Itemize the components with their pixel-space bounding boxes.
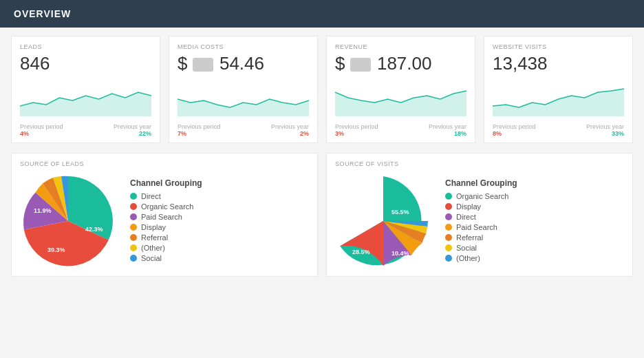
- svg-text:55.5%: 55.5%: [391, 209, 409, 215]
- leads-legend: Channel Grouping Direct Organic Search P…: [130, 178, 309, 264]
- svg-text:39.3%: 39.3%: [47, 246, 65, 253]
- visits-label-paid: Paid Search: [456, 223, 497, 231]
- kpi-label-revenue: REVENUE: [335, 43, 466, 50]
- kpi-card-leads: LEADS 846 Previous period 4% Previous ye…: [11, 36, 160, 143]
- visits-dot-referral: [445, 234, 452, 241]
- source-of-leads-section: SOURCE OF LEADS: [11, 153, 318, 277]
- svg-text:10.4%: 10.4%: [391, 250, 409, 257]
- svg-text:42.3%: 42.3%: [85, 226, 103, 233]
- kpi-chart-revenue: [335, 78, 466, 116]
- leads-label-organic: Organic Search: [141, 202, 193, 211]
- kpi-footer-media-costs: Previous period 7% Previous year 2%: [178, 123, 309, 137]
- kpi-value-revenue: $ 187.00: [335, 53, 466, 74]
- leads-dot-display: [130, 224, 137, 231]
- visits-pie-chart: 55.5% 28.5% 10.4%: [335, 173, 431, 269]
- visits-legend-social: Social: [445, 244, 624, 252]
- leads-label-social: Social: [141, 254, 162, 262]
- visits-legend-title: Channel Grouping: [445, 178, 624, 188]
- visits-dot-direct: [445, 213, 452, 220]
- kpi-row: LEADS 846 Previous period 4% Previous ye…: [11, 36, 633, 143]
- visits-legend-organic: Organic Search: [445, 192, 624, 200]
- visits-legend-direct: Direct: [445, 213, 624, 221]
- leads-legend-organic: Organic Search: [130, 202, 309, 211]
- header-title: OVERVIEW: [14, 8, 71, 19]
- kpi-value-website-visits: 13,438: [493, 53, 624, 74]
- svg-text:28.5%: 28.5%: [352, 249, 370, 255]
- kpi-card-media-costs: MEDIA COSTS $ 54.46 Previous period 7% P…: [169, 36, 318, 143]
- leads-legend-paid: Paid Search: [130, 213, 309, 221]
- leads-legend-direct: Direct: [130, 192, 309, 200]
- visits-pie-container: 55.5% 28.5% 10.4% Channel Grouping Organ…: [335, 173, 624, 269]
- leads-legend-referral: Referral: [130, 233, 309, 242]
- visits-label-referral: Referral: [456, 233, 483, 242]
- visits-dot-paid: [445, 224, 452, 231]
- leads-pie-container: 42.3% 39.3% 11.9% Channel Grouping Direc…: [20, 173, 309, 269]
- leads-label-direct: Direct: [141, 192, 161, 200]
- kpi-card-revenue: REVENUE $ 187.00 Previous period 3% Prev…: [326, 36, 475, 143]
- leads-dot-direct: [130, 193, 137, 200]
- svg-marker-2: [335, 91, 466, 116]
- kpi-value-leads: 846: [20, 53, 151, 74]
- visits-legend-display: Display: [445, 202, 624, 211]
- kpi-label-website-visits: WEBSITE VISITS: [493, 43, 624, 50]
- leads-dot-organic: [130, 203, 137, 210]
- visits-label-display: Display: [456, 202, 481, 211]
- visits-legend-referral: Referral: [445, 233, 624, 242]
- leads-pie-chart: 42.3% 39.3% 11.9%: [20, 173, 116, 269]
- svg-text:11.9%: 11.9%: [34, 207, 52, 214]
- leads-legend-title: Channel Grouping: [130, 178, 309, 188]
- leads-label-display: Display: [141, 223, 166, 231]
- leads-dot-paid: [130, 213, 137, 220]
- kpi-chart-website-visits: [493, 78, 624, 116]
- header: OVERVIEW: [0, 0, 644, 28]
- kpi-label-media-costs: MEDIA COSTS: [178, 43, 309, 50]
- leads-label-paid: Paid Search: [141, 213, 182, 221]
- visits-dot-social: [445, 244, 452, 251]
- visits-legend: Channel Grouping Organic Search Display …: [445, 178, 624, 264]
- visits-label-direct: Direct: [456, 213, 476, 221]
- kpi-label-leads: LEADS: [20, 43, 151, 50]
- kpi-chart-media-costs: [178, 78, 309, 116]
- source-of-leads-label: SOURCE OF LEADS: [20, 160, 309, 167]
- leads-legend-social: Social: [130, 254, 309, 262]
- leads-dot-social: [130, 255, 137, 262]
- leads-label-other: (Other): [141, 244, 165, 252]
- kpi-chart-leads: [20, 78, 151, 116]
- blurred-revenue: [350, 58, 371, 72]
- kpi-value-media-costs: $ 54.46: [178, 53, 309, 74]
- bottom-row: SOURCE OF LEADS: [11, 153, 633, 277]
- svg-marker-3: [493, 89, 624, 116]
- source-of-visits-section: SOURCE OF VISITS: [326, 153, 633, 277]
- leads-dot-other: [130, 244, 137, 251]
- visits-pie-svg: 55.5% 28.5% 10.4%: [335, 173, 431, 269]
- leads-label-referral: Referral: [141, 233, 168, 242]
- blurred-media-costs: [193, 58, 213, 72]
- leads-dot-referral: [130, 234, 137, 241]
- visits-legend-other: (Other): [445, 254, 624, 262]
- visits-label-other: (Other): [456, 254, 480, 262]
- visits-dot-display: [445, 203, 452, 210]
- visits-label-organic: Organic Search: [456, 192, 508, 200]
- visits-dot-other: [445, 255, 452, 262]
- visits-legend-paid: Paid Search: [445, 223, 624, 231]
- kpi-footer-revenue: Previous period 3% Previous year 18%: [335, 123, 466, 137]
- source-of-visits-label: SOURCE OF VISITS: [335, 160, 624, 167]
- visits-label-social: Social: [456, 244, 477, 252]
- leads-legend-other: (Other): [130, 244, 309, 252]
- kpi-card-website-visits: WEBSITE VISITS 13,438 Previous period 8%…: [484, 36, 633, 143]
- leads-legend-display: Display: [130, 223, 309, 231]
- kpi-footer-leads: Previous period 4% Previous year 22%: [20, 123, 151, 137]
- leads-pie-svg: 42.3% 39.3% 11.9%: [20, 173, 116, 269]
- kpi-footer-website-visits: Previous period 8% Previous year 33%: [493, 123, 624, 137]
- visits-dot-organic: [445, 193, 452, 200]
